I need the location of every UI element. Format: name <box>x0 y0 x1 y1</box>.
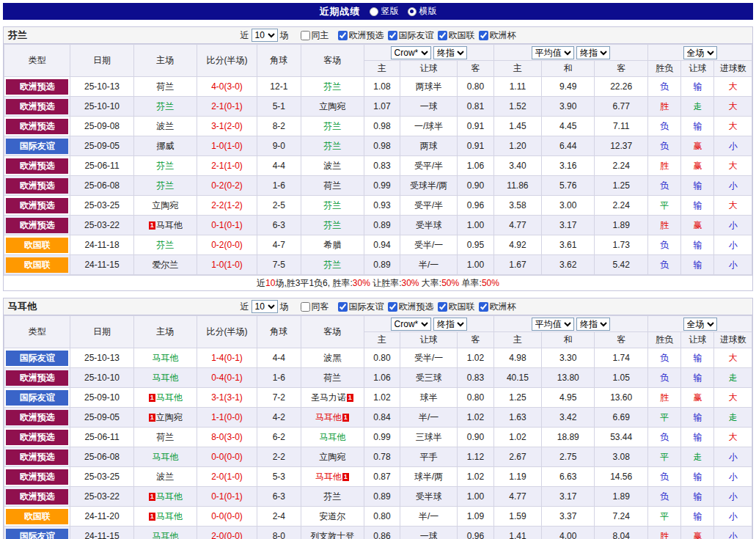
league-badge[interactable]: 国际友谊 <box>6 351 68 366</box>
league-badge[interactable]: 欧国联 <box>6 238 68 253</box>
team-name-link[interactable]: 荷兰 <box>156 432 174 442</box>
score-link[interactable]: 8-0(3-0) <box>211 432 243 442</box>
checkbox-input[interactable] <box>388 31 397 40</box>
team-name-link[interactable]: 波兰 <box>156 472 174 482</box>
layout-radio-horizontal[interactable]: 横版 <box>408 5 437 18</box>
team-name-link[interactable]: 列支敦士登 <box>310 531 354 539</box>
team-name-link[interactable]: 1马耳他 <box>148 491 183 502</box>
team-name-link[interactable]: 1马耳他 <box>148 511 183 521</box>
score-link[interactable]: 0-1(0-1) <box>211 220 243 230</box>
league-badge[interactable]: 欧洲预选 <box>6 430 68 445</box>
score-link[interactable]: 1-4(0-1) <box>211 353 243 363</box>
score-link[interactable]: 3-1(2-0) <box>211 121 243 131</box>
checkbox-input[interactable] <box>301 302 310 312</box>
avg-select[interactable]: 平均值 <box>532 46 574 59</box>
team-name-link[interactable]: 马耳他1 <box>315 412 350 422</box>
league-badge[interactable]: 欧洲预选 <box>6 158 68 174</box>
same-venue-checkbox[interactable]: 同客 <box>297 301 329 313</box>
score-link[interactable]: 0-4(0-1) <box>211 373 243 383</box>
team-name-link[interactable]: 芬兰 <box>156 101 174 111</box>
team-name-link[interactable]: 马耳他 <box>152 452 178 462</box>
team-name-link[interactable]: 荷兰 <box>323 180 341 191</box>
team-name-link[interactable]: 立陶宛 <box>319 101 345 111</box>
team-name-link[interactable]: 1马耳他 <box>148 220 183 230</box>
team-name-link[interactable]: 马耳他 <box>152 531 178 539</box>
league-filter-checkbox[interactable]: 欧洲杯 <box>475 301 516 313</box>
score-link[interactable]: 2-1(1-0) <box>211 161 243 171</box>
league-badge[interactable]: 国际友谊 <box>6 139 68 154</box>
score-link[interactable]: 3-1(3-1) <box>211 392 243 403</box>
odds-company-select[interactable]: Crow* <box>391 46 431 59</box>
league-filter-checkbox[interactable]: 欧洲预选 <box>334 29 384 42</box>
team-name-link[interactable]: 波兰 <box>323 161 341 171</box>
league-filter-checkbox[interactable]: 欧洲杯 <box>475 29 516 42</box>
same-venue-checkbox[interactable]: 同主 <box>297 29 329 42</box>
team-name-link[interactable]: 芬兰 <box>156 240 174 250</box>
team-name-link[interactable]: 爱尔兰 <box>152 260 178 270</box>
score-link[interactable]: 2-1(0-1) <box>211 101 243 111</box>
league-badge[interactable]: 欧洲预选 <box>6 198 68 213</box>
team-name-link[interactable]: 立陶宛 <box>319 452 345 462</box>
score-link[interactable]: 1-0(1-0) <box>211 141 243 151</box>
team-name-link[interactable]: 安道尔 <box>319 511 345 521</box>
team-name-link[interactable]: 马耳他1 <box>315 472 350 482</box>
league-badge[interactable]: 欧洲预选 <box>6 99 68 114</box>
league-filter-checkbox[interactable]: 国际友谊 <box>334 301 384 313</box>
league-badge[interactable]: 欧国联 <box>6 509 68 524</box>
recent-count-select[interactable]: 10 <box>252 29 278 42</box>
checkbox-input[interactable] <box>388 302 397 312</box>
team-name-link[interactable]: 芬兰 <box>323 491 341 502</box>
league-badge[interactable]: 欧洲预选 <box>6 79 68 95</box>
league-filter-checkbox[interactable]: 欧洲预选 <box>384 301 434 313</box>
team-name-link[interactable]: 芬兰 <box>323 121 341 131</box>
score-link[interactable]: 2-2(1-2) <box>211 200 243 210</box>
team-name-link[interactable]: 希腊 <box>323 240 341 250</box>
team-name-link[interactable]: 波兰 <box>156 121 174 131</box>
recent-count-select[interactable]: 10 <box>252 300 278 313</box>
layout-radio-vertical[interactable]: 竖版 <box>370 5 399 18</box>
team-name-link[interactable]: 荷兰 <box>323 373 341 383</box>
league-badge[interactable]: 欧洲预选 <box>6 410 68 425</box>
score-link[interactable]: 0-0(0-0) <box>211 452 243 462</box>
team-name-link[interactable]: 荷兰 <box>156 81 174 92</box>
team-name-link[interactable]: 波黑 <box>323 353 341 363</box>
team-name-link[interactable]: 芬兰 <box>323 260 341 270</box>
league-badge[interactable]: 欧洲预选 <box>6 178 68 194</box>
team-name-link[interactable]: 芬兰 <box>156 180 174 191</box>
checkbox-input[interactable] <box>301 31 310 40</box>
score-link[interactable]: 4-0(3-0) <box>211 81 243 92</box>
team-name-link[interactable]: 挪威 <box>156 141 174 151</box>
team-name-link[interactable]: 芬兰 <box>323 220 341 230</box>
score-link[interactable]: 1-0(1-0) <box>211 260 243 270</box>
checkbox-input[interactable] <box>438 302 447 312</box>
team-name-link[interactable]: 1立陶宛 <box>148 412 183 422</box>
checkbox-input[interactable] <box>338 302 348 312</box>
league-filter-checkbox[interactable]: 国际友谊 <box>384 29 434 42</box>
team-name-link[interactable]: 芬兰 <box>323 81 341 92</box>
team-name-link[interactable]: 圣马力诺1 <box>311 392 354 403</box>
score-link[interactable]: 2-0(0-0) <box>211 531 243 539</box>
league-badge[interactable]: 欧洲预选 <box>6 450 68 465</box>
team-name-link[interactable]: 芬兰 <box>323 200 341 210</box>
odds-company-select[interactable]: Crow* <box>391 318 431 331</box>
score-link[interactable]: 1-1(0-0) <box>211 412 243 422</box>
team-name-link[interactable]: 1马耳他 <box>148 392 183 403</box>
score-link[interactable]: 0-0(0-0) <box>211 511 243 521</box>
team-name-link[interactable]: 马耳他 <box>152 353 178 363</box>
league-filter-checkbox[interactable]: 欧国联 <box>434 301 475 313</box>
score-link[interactable]: 2-0(1-0) <box>211 472 243 482</box>
league-badge[interactable]: 欧洲预选 <box>6 469 68 485</box>
league-badge[interactable]: 欧洲预选 <box>6 218 68 233</box>
score-link[interactable]: 0-2(0-2) <box>211 180 243 191</box>
checkbox-input[interactable] <box>479 302 488 312</box>
scope-select[interactable]: 全场 <box>683 318 717 331</box>
checkbox-input[interactable] <box>479 31 488 40</box>
team-name-link[interactable]: 芬兰 <box>323 141 341 151</box>
checkbox-input[interactable] <box>338 31 348 40</box>
league-badge[interactable]: 国际友谊 <box>6 529 68 539</box>
team-name-link[interactable]: 马耳他 <box>152 373 178 383</box>
avg-time-select[interactable]: 终指 <box>576 318 610 331</box>
odds-time-select[interactable]: 终指 <box>433 318 467 331</box>
league-badge[interactable]: 欧国联 <box>6 257 68 273</box>
team-name-link[interactable]: 芬兰 <box>156 161 174 171</box>
